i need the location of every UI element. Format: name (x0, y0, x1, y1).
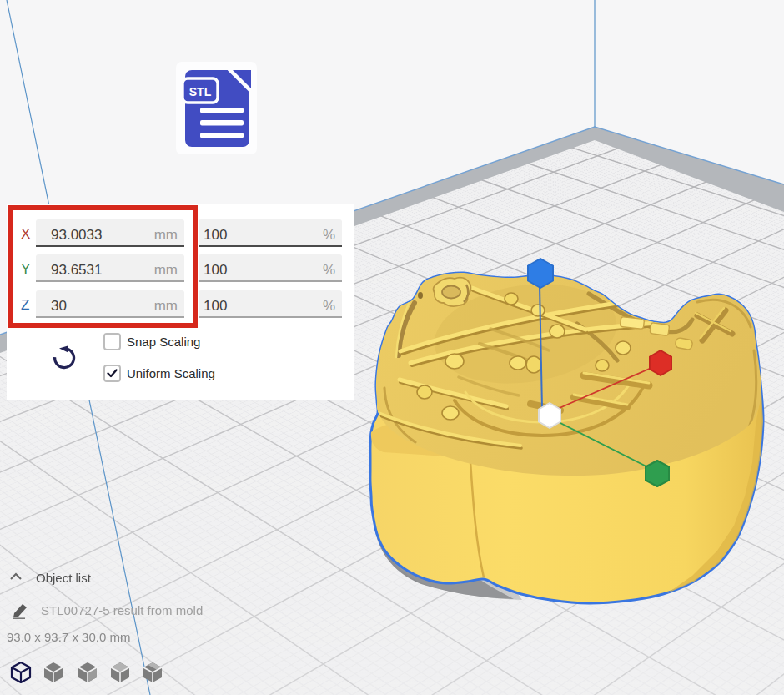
svg-text:STL: STL (189, 85, 212, 98)
